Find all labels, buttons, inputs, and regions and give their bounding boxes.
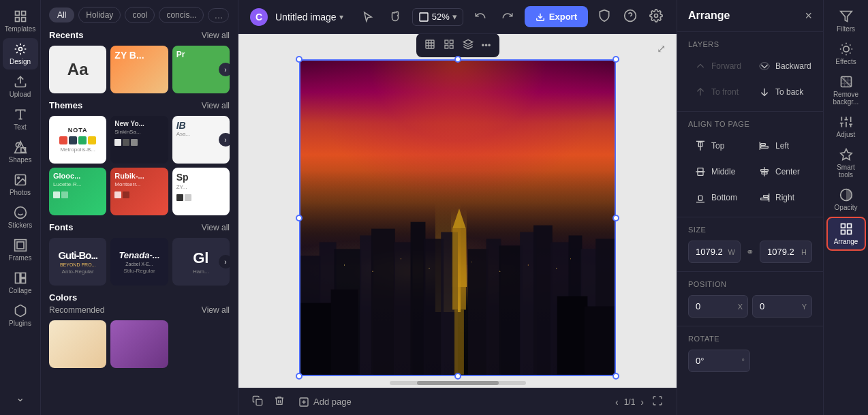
align-bottom-btn[interactable]: Bottom [688,187,748,209]
doc-title-dropdown[interactable]: ▾ [339,12,343,22]
position-title: Position [688,280,812,288]
handle-tl[interactable] [296,56,303,63]
font-tenada[interactable]: Tenada-... Zacbel X-E... Stilu-Regular [110,238,168,286]
colors-view-all[interactable]: View all [202,305,230,315]
right-item-filters[interactable]: Filters [826,5,866,37]
pointer-tool[interactable] [358,7,378,27]
fonts-next-btn[interactable]: › [219,255,230,268]
theme-ib[interactable]: IB Asa... › [172,116,230,164]
sidebar-item-text[interactable]: Text [3,104,38,135]
theme-newyork[interactable]: New Yo... SinkinSa... [110,116,168,164]
export-btn[interactable]: Export [525,6,588,27]
backward-icon [759,61,770,72]
theme-rubik[interactable]: Rubik-... Montserr... [110,168,168,215]
sidebar-expand-btn[interactable]: ⌄ [10,386,30,410]
recent-item-aa[interactable]: Aa [49,46,106,93]
align-center-btn[interactable]: Center [752,161,812,183]
right-item-smart-tools[interactable]: Smart tools [826,144,866,183]
handle-br[interactable] [613,373,619,380]
color-item-2[interactable] [110,320,168,368]
to-back-btn[interactable]: To back [752,81,818,103]
size-link-icon[interactable]: ⚭ [745,247,756,258]
prev-page-btn[interactable]: ‹ [615,397,619,408]
recent-item-zy[interactable]: ZY B... [110,46,168,93]
handle-tc[interactable] [454,56,461,63]
canvas-tool-grid[interactable] [441,36,457,55]
right-item-adjust[interactable]: Adjust [826,111,866,142]
frames-icon [14,239,27,252]
right-item-opacity[interactable]: Opacity [826,184,866,215]
next-page-btn[interactable]: › [640,397,644,408]
recents-view-all[interactable]: View all [202,31,230,40]
canvas-tool-layers[interactable] [460,36,476,55]
position-section: Position X Y [677,272,823,326]
recents-next-btn[interactable]: › [219,63,230,76]
sidebar-item-shapes[interactable]: Shapes [3,136,38,168]
theme-glooc[interactable]: Glooc... Lucette-R... [49,168,106,215]
align-right-btn[interactable]: Right [752,187,812,209]
svg-rect-1 [21,12,25,16]
copy-page-btn[interactable] [249,393,266,411]
right-item-remove-bg[interactable]: Remove backgr... [826,71,866,110]
theme-nota[interactable]: NOTA Metropolis-B... [49,116,106,164]
themes-view-all[interactable]: View all [202,101,230,110]
forward-btn[interactable]: Forward [688,55,748,77]
themes-next-btn[interactable]: › [219,133,230,147]
settings-btn[interactable] [647,6,666,27]
filter-more[interactable]: … [208,8,229,22]
backward-btn[interactable]: Backward [752,55,818,77]
font-gl[interactable]: Gl Ham... › [172,238,230,286]
align-middle-btn[interactable]: Middle [688,161,748,183]
canvas-expand-btn[interactable]: ⤢ [657,42,666,55]
right-item-arrange[interactable]: Arrange [826,217,866,251]
align-left-btn[interactable]: Left [752,135,812,157]
sidebar-item-design[interactable]: Design [3,38,38,70]
filter-all[interactable]: All [49,7,74,22]
rotate-input[interactable] [688,350,750,372]
right-item-effects[interactable]: Effects [826,38,866,70]
sidebar-item-photos[interactable]: Photos [3,169,38,200]
canvas-area[interactable]: Page 1 ⤢ ••• [238,34,677,388]
shield-btn[interactable] [595,6,614,27]
recent-item-pr[interactable]: Pr › [172,46,230,93]
svg-rect-70 [761,147,769,149]
canvas-image-wrapper[interactable]: ••• [299,59,616,376]
handle-bl[interactable] [296,373,303,380]
horizontal-scrollbar[interactable] [390,381,526,385]
undo-btn[interactable] [470,5,491,28]
handle-lc[interactable] [296,215,303,221]
filter-cool[interactable]: cool [125,7,155,23]
sidebar-item-templates[interactable]: Templates [3,5,38,37]
sidebar-item-plugins[interactable]: Plugins [3,300,38,331]
fullscreen-btn[interactable] [649,393,666,411]
resize-icon [424,39,435,50]
to-front-btn[interactable]: To front [688,81,748,103]
sidebar-item-stickers[interactable]: Stickers [3,202,38,233]
arrange-close-btn[interactable]: × [805,10,812,22]
filter-holiday[interactable]: Holiday [78,7,121,23]
delete-page-btn[interactable] [271,393,288,411]
filter-concise[interactable]: concis... [159,7,204,23]
fonts-view-all[interactable]: View all [202,223,230,232]
align-top-btn[interactable]: Top [688,135,748,157]
hand-icon [389,10,401,22]
theme-sp[interactable]: Sp ZY... [172,168,230,215]
zoom-control[interactable]: 52% ▾ [412,8,463,26]
add-page-btn[interactable]: Add page [293,394,357,410]
canvas-tool-more[interactable]: ••• [479,36,494,55]
sidebar-item-frames[interactable]: Frames [3,234,38,266]
help-btn[interactable] [621,6,640,27]
handle-tr[interactable] [613,56,619,63]
color-item-1[interactable] [49,320,106,368]
sidebar-item-collage[interactable]: Collage [3,267,38,298]
sidebar-item-upload[interactable]: Upload [3,71,38,102]
svg-line-86 [841,45,842,46]
redo-btn[interactable] [497,5,518,28]
handle-rc[interactable] [613,215,619,221]
forward-label: Forward [711,61,741,71]
adjust-icon [839,115,853,129]
canvas-tool-resize[interactable] [422,36,438,55]
hand-tool[interactable] [385,5,405,28]
font-guti[interactable]: Guti-Bo... BEYOND PRO... Anto-Regular [49,238,106,286]
handle-bc[interactable] [454,373,461,380]
